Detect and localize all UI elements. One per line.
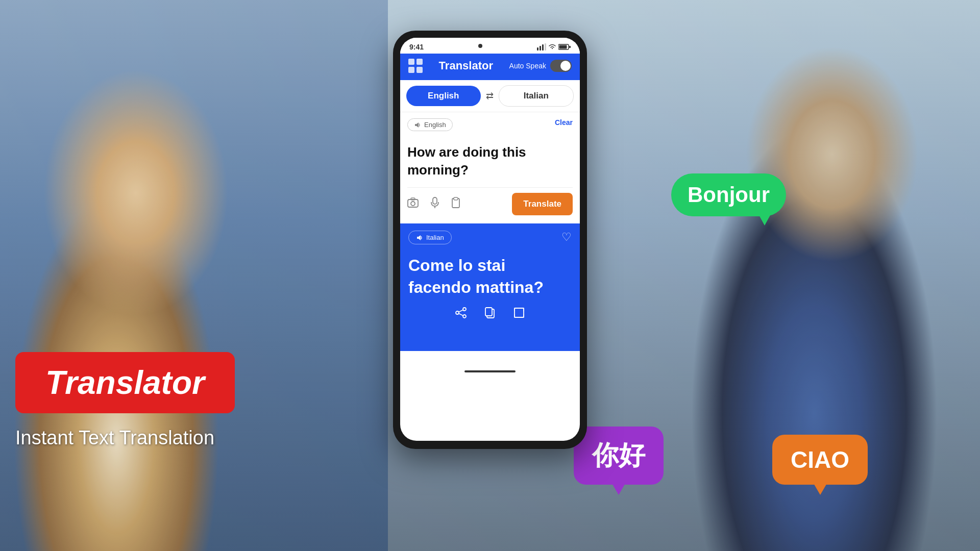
phone-device: 9:41 [393, 31, 587, 449]
bubble-ciao: CIAO [772, 435, 868, 485]
camera-action-icon[interactable] [407, 197, 419, 211]
translator-badge: Translator [15, 352, 235, 413]
clipboard-action-icon[interactable] [451, 197, 460, 211]
result-language-badge: Italian [408, 231, 452, 244]
svg-rect-22 [514, 308, 524, 317]
action-icons [407, 197, 460, 211]
favorite-icon[interactable]: ♡ [561, 231, 572, 244]
signal-icon [537, 43, 546, 51]
input-text[interactable]: How are doing this morning? [407, 140, 573, 182]
svg-rect-11 [433, 197, 437, 204]
status-time: 9:41 [409, 43, 424, 51]
auto-speak-row: Auto Speak [509, 60, 572, 72]
swap-languages-icon[interactable]: ⇄ [486, 90, 494, 102]
svg-point-16 [456, 311, 459, 314]
app-subtitle: Instant Text Translation [15, 427, 214, 449]
share-icon[interactable] [455, 307, 467, 321]
status-bar: 9:41 [400, 38, 580, 54]
copy-icon[interactable] [485, 307, 495, 321]
result-speaker-icon [416, 234, 423, 241]
svg-line-18 [459, 310, 463, 312]
result-panel: Italian ♡ Come lo stai facendo mattina? [400, 223, 580, 351]
source-language-button[interactable]: English [406, 86, 481, 106]
svg-rect-4 [545, 43, 546, 51]
battery-icon [558, 44, 571, 50]
svg-point-0 [478, 44, 482, 48]
phone-outer: 9:41 [393, 31, 587, 449]
svg-rect-6 [559, 45, 567, 48]
bubble-bonjour: Bonjour [671, 173, 786, 216]
bubble-nihao: 你好 [574, 427, 664, 485]
input-language-badge: English [407, 118, 453, 131]
toggle-knob [560, 61, 571, 71]
auto-speak-label: Auto Speak [509, 62, 546, 70]
svg-rect-2 [540, 46, 541, 51]
result-actions [408, 299, 572, 323]
wifi-icon [548, 44, 556, 50]
status-icons [537, 43, 571, 51]
svg-rect-3 [542, 44, 544, 51]
clear-button[interactable]: Clear [555, 118, 573, 127]
phone-bottom [400, 351, 580, 392]
app-title: Translator [439, 59, 493, 72]
home-indicator [464, 370, 516, 372]
mic-action-icon[interactable] [431, 197, 439, 211]
svg-point-15 [463, 308, 466, 311]
svg-rect-1 [537, 47, 538, 51]
svg-rect-21 [485, 308, 492, 316]
translate-button[interactable]: Translate [512, 193, 573, 215]
svg-rect-14 [454, 197, 458, 200]
expand-icon[interactable] [513, 307, 525, 321]
svg-rect-10 [411, 198, 415, 200]
svg-rect-7 [569, 46, 571, 48]
speaker-icon [414, 121, 421, 129]
app-header: Translator Auto Speak [400, 54, 580, 80]
woman-photo-overlay [0, 0, 388, 551]
language-selector: English ⇄ Italian [400, 80, 580, 112]
status-camera-icon [476, 42, 484, 52]
translator-badge-text: Translator [45, 364, 205, 402]
input-panel: English Clear How are doing this morning… [400, 112, 580, 223]
svg-point-9 [411, 202, 415, 206]
phone-screen: 9:41 [400, 38, 580, 441]
grid-icon[interactable] [408, 59, 423, 73]
input-actions: Translate [407, 187, 573, 217]
svg-point-17 [463, 315, 466, 318]
auto-speak-toggle[interactable] [550, 60, 572, 72]
svg-line-19 [459, 313, 463, 315]
result-text: Come lo stai facendo mattina? [408, 255, 572, 298]
background-left [0, 0, 388, 551]
target-language-button[interactable]: Italian [499, 85, 574, 107]
